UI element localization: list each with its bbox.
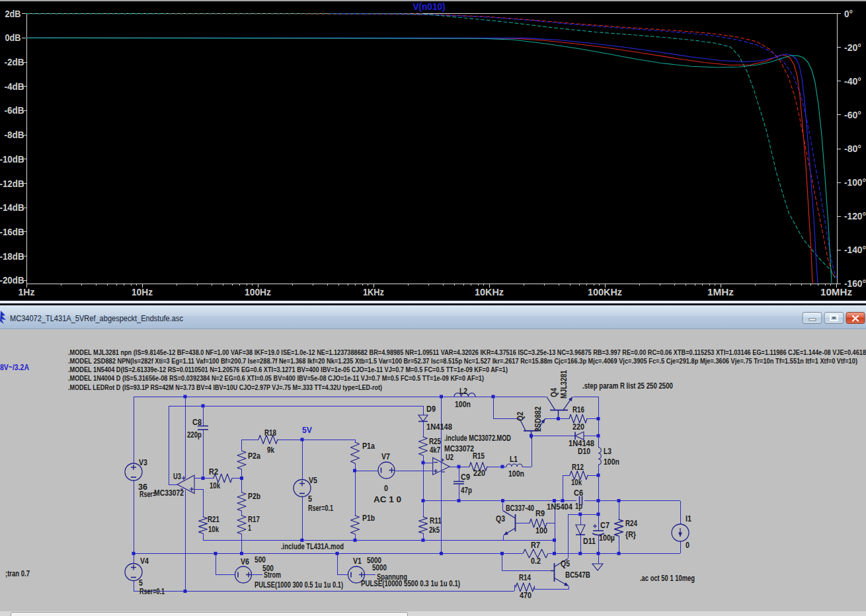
svg-text:-12dB: -12dB [0, 178, 24, 189]
svg-text:{R}: {R} [625, 530, 636, 539]
svg-text:Q4: Q4 [549, 388, 559, 397]
svg-text:P2b: P2b [248, 492, 260, 501]
svg-text:PULSE(10000 5500 0.3 1u 1u 0.1: PULSE(10000 5500 0.3 1u 1u 0.1) [361, 579, 460, 588]
svg-text:MC33072: MC33072 [154, 488, 184, 498]
svg-text:100KHz: 100KHz [588, 287, 622, 297]
svg-text:220p: 220p [187, 430, 202, 440]
svg-text:L3: L3 [604, 447, 611, 456]
svg-text:4k7: 4k7 [430, 445, 440, 455]
svg-text:1: 1 [248, 523, 251, 533]
svg-text:220: 220 [473, 469, 485, 478]
svg-text:PULSE(1000 300 0.5 1u 1u 0.1): PULSE(1000 300 0.5 1u 1u 0.1) [255, 580, 343, 590]
svg-text:1MHz: 1MHz [707, 287, 734, 297]
svg-text:1KHz: 1KHz [363, 287, 384, 297]
svg-text:R24: R24 [625, 519, 637, 528]
svg-text:5: 5 [139, 578, 143, 588]
svg-text:R16: R16 [572, 405, 584, 414]
svg-text:9k: 9k [267, 445, 274, 455]
svg-text:L1: L1 [510, 455, 518, 464]
svg-text:.MODEL 1N4004 D (IS=5.31656e-0: .MODEL 1N4004 D (IS=5.31656e-08 RS=0.039… [68, 374, 484, 382]
svg-text:10KHz: 10KHz [475, 287, 504, 297]
svg-text:.MODEL 1N5404 D(IS=2.61339e-12: .MODEL 1N5404 D(IS=2.61339e-12 RS=0.0110… [68, 366, 508, 373]
svg-text:.include MC33072.MOD: .include MC33072.MOD [444, 434, 511, 443]
svg-text:2SD882: 2SD882 [533, 406, 543, 432]
svg-text:-4dB: -4dB [5, 81, 24, 92]
svg-text:-20dB: -20dB [0, 275, 24, 286]
svg-text:-6dB: -6dB [5, 105, 24, 116]
svg-text:D11: D11 [583, 537, 596, 546]
svg-text:500: 500 [255, 555, 266, 564]
svg-text:8V~/3.2A: 8V~/3.2A [0, 363, 29, 372]
svg-text:10k: 10k [210, 481, 220, 490]
svg-text:-16dB: -16dB [0, 227, 24, 237]
svg-text:V1: V1 [353, 557, 362, 566]
svg-text:R11: R11 [430, 516, 442, 525]
svg-text:R21: R21 [208, 515, 219, 524]
svg-text:C7: C7 [600, 521, 610, 530]
svg-text:R17: R17 [248, 515, 260, 524]
svg-text:100n: 100n [604, 457, 619, 467]
svg-text:-18dB: -18dB [0, 251, 24, 262]
svg-text:U2: U2 [446, 453, 453, 462]
svg-text:R9: R9 [535, 509, 545, 518]
svg-text:BC337-40: BC337-40 [506, 504, 534, 513]
svg-text:V5: V5 [309, 476, 317, 485]
svg-text:U3: U3 [173, 472, 181, 481]
svg-text:Strom: Strom [264, 570, 281, 580]
svg-text:-40°: -40° [844, 76, 861, 87]
svg-text:-2dB: -2dB [5, 57, 24, 67]
svg-text:100n: 100n [455, 400, 471, 409]
svg-text:-140°: -140° [844, 245, 866, 255]
svg-text:R18: R18 [264, 428, 276, 438]
svg-text:I1: I1 [686, 514, 691, 523]
svg-text:L2: L2 [459, 387, 467, 396]
svg-text:1p: 1p [575, 502, 582, 511]
svg-text:1N5404: 1N5404 [547, 502, 572, 512]
svg-text:100: 100 [535, 526, 547, 535]
svg-text:D9: D9 [426, 404, 436, 414]
svg-text:Q3: Q3 [496, 514, 505, 523]
svg-text:-120°: -120° [844, 211, 866, 221]
svg-text:-10dB: -10dB [0, 154, 24, 165]
svg-text:.MODEL MJL3281 npn (IS=9.8145e: .MODEL MJL3281 npn (IS=9.8145e-12 BF=438… [68, 348, 866, 356]
svg-text:.MODEL 2SD882 NPN(Is=282f Xti=: .MODEL 2SD882 NPN(Is=282f Xti=3 Eg=1.11 … [68, 357, 857, 365]
svg-text:.step param R list 25 250 2500: .step param R list 25 250 2500 [582, 381, 673, 391]
svg-text:R14: R14 [519, 573, 531, 582]
svg-text:.ac oct 50 1 10meg: .ac oct 50 1 10meg [640, 574, 695, 583]
svg-text:5000: 5000 [372, 563, 387, 572]
svg-text:;tran 0.7: ;tran 0.7 [5, 569, 30, 578]
svg-text:100Hz: 100Hz [245, 287, 271, 297]
svg-text:MC34072_TL431A_5VRef_abgespeck: MC34072_TL431A_5VRef_abgespeckt_Endstufe… [10, 314, 183, 323]
svg-text:1N4148: 1N4148 [426, 422, 452, 432]
svg-text:Q2: Q2 [516, 412, 525, 421]
svg-text:10MHz: 10MHz [820, 287, 852, 297]
svg-text:2dB: 2dB [5, 9, 21, 19]
svg-text:V(n010): V(n010) [413, 1, 446, 12]
svg-text:V3: V3 [139, 458, 147, 467]
svg-text:C6: C6 [574, 488, 583, 498]
svg-text:1Hz: 1Hz [19, 287, 35, 297]
svg-text:0dB: 0dB [5, 32, 21, 43]
svg-text:100µ: 100µ [599, 533, 615, 543]
svg-text:Rser=0.1: Rser=0.1 [139, 587, 165, 596]
svg-text:BC547B: BC547B [565, 570, 590, 580]
svg-text:-14dB: -14dB [0, 202, 24, 213]
svg-text:0°: 0° [844, 9, 853, 19]
svg-text:AC 1 0: AC 1 0 [374, 495, 401, 504]
svg-text:V6: V6 [241, 557, 249, 566]
svg-text:Rser=0.1: Rser=0.1 [308, 504, 333, 513]
svg-text:D10: D10 [578, 447, 590, 456]
svg-text:V7: V7 [381, 452, 390, 461]
svg-text:-100°: -100° [844, 177, 866, 188]
svg-text:P2a: P2a [248, 451, 260, 461]
svg-text:C9: C9 [461, 473, 470, 482]
svg-text:0: 0 [686, 541, 689, 550]
svg-text:100n: 100n [508, 469, 524, 479]
svg-text:5: 5 [308, 494, 312, 504]
svg-text:R2: R2 [209, 467, 218, 477]
svg-text:10k: 10k [208, 525, 219, 534]
svg-text:R15: R15 [473, 451, 485, 461]
svg-text:0.2: 0.2 [531, 557, 541, 566]
svg-text:5V: 5V [302, 426, 312, 435]
svg-text:-80°: -80° [844, 143, 861, 154]
